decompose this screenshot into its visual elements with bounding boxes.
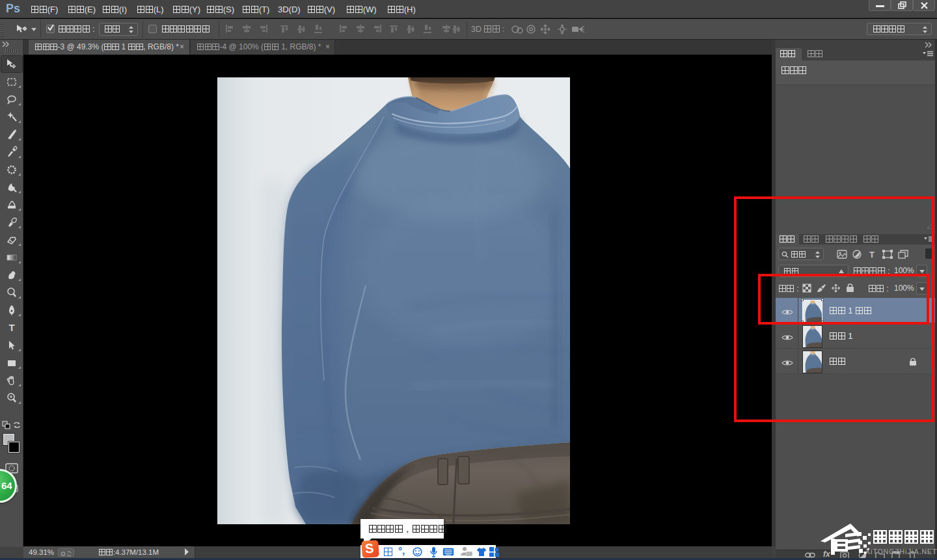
svg-text:T: T — [8, 322, 14, 333]
svg-text:19: 19 — [467, 552, 472, 556]
